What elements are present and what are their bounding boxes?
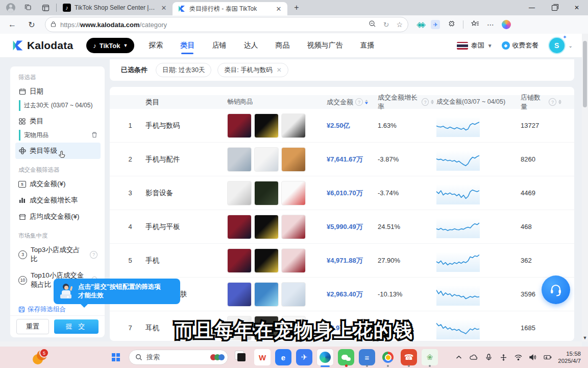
- kalodata-extension-icon[interactable]: ◈◈: [416, 20, 423, 29]
- table-row[interactable]: 3影音设备¥6,010.70万-3.74%4469: [110, 176, 574, 210]
- sort-carets-icon[interactable]: [558, 98, 561, 106]
- tab-close-icon[interactable]: ✕: [159, 3, 168, 12]
- taskbar-edge-icon[interactable]: [317, 349, 333, 365]
- taskbar-flower-icon[interactable]: ❀: [422, 349, 438, 365]
- save-filter-combo-link[interactable]: 保存筛选组合: [18, 305, 66, 314]
- submit-button[interactable]: 提 交: [54, 319, 99, 334]
- taskbar-browser-ai-icon[interactable]: e: [275, 349, 291, 365]
- workspaces-icon[interactable]: [21, 2, 35, 13]
- product-thumbnail[interactable]: [227, 181, 252, 205]
- platform-selector[interactable]: ♪ TikTok ▼: [86, 38, 134, 53]
- taskbar-widgets-icon[interactable]: [233, 349, 250, 365]
- product-thumbnail[interactable]: [227, 113, 252, 138]
- filter-category-level[interactable]: 类目等级: [15, 143, 101, 159]
- table-row[interactable]: 1手机与数码¥2.50亿1.63%13727: [110, 109, 574, 143]
- close-button[interactable]: ✕: [566, 0, 588, 15]
- filter-chip-1[interactable]: 类目: 手机与数码✕: [217, 63, 288, 77]
- back-icon[interactable]: ←: [5, 17, 19, 32]
- product-thumbnail[interactable]: [254, 316, 279, 340]
- address-bar[interactable]: https://www.kalodata.com/category ↻ ☆: [45, 17, 408, 32]
- minimize-button[interactable]: —: [521, 0, 543, 15]
- taskbar-chrome-icon[interactable]: [380, 349, 396, 365]
- product-thumbnail[interactable]: [254, 248, 279, 273]
- taskbar-wps-icon[interactable]: W: [254, 349, 271, 365]
- product-thumbnail[interactable]: [281, 316, 306, 340]
- product-thumbnail[interactable]: [254, 215, 279, 239]
- start-button[interactable]: [108, 350, 124, 365]
- filter-shop[interactable]: 店均成交金额(¥): [18, 209, 97, 225]
- bookmark-star-icon[interactable]: ☆: [396, 20, 403, 29]
- product-thumbnail[interactable]: [227, 282, 252, 307]
- nav-item-2[interactable]: 店铺: [212, 35, 226, 56]
- product-thumbnail[interactable]: [227, 215, 252, 239]
- nav-item-0[interactable]: 探索: [149, 35, 163, 56]
- taskbar-notes-icon[interactable]: ≡: [359, 349, 375, 365]
- column-header-2[interactable]: 成交金额?: [327, 98, 375, 107]
- tray-battery-icon[interactable]: [544, 353, 552, 361]
- sort-carets-icon[interactable]: [431, 98, 434, 106]
- tab-close-icon[interactable]: ✕: [274, 4, 283, 13]
- tray-move-icon[interactable]: [499, 353, 507, 361]
- taskbar-clock[interactable]: 15:58 2025/4/7: [558, 350, 581, 364]
- product-thumbnail[interactable]: [281, 248, 306, 273]
- table-row[interactable]: 5手机¥4,971.88万27.90%362: [110, 244, 574, 278]
- reset-button[interactable]: 重置: [16, 319, 49, 334]
- sort-carets-icon[interactable]: [365, 98, 368, 106]
- horizontal-scrollbar[interactable]: [0, 341, 582, 347]
- product-thumbnail[interactable]: [281, 215, 306, 239]
- tab-layout-icon[interactable]: [39, 2, 52, 13]
- filter-category[interactable]: 类目: [18, 113, 97, 129]
- kalodata-logo[interactable]: Kalodata: [12, 39, 73, 52]
- product-thumbnail[interactable]: [254, 147, 279, 172]
- tray-cloud-icon[interactable]: [470, 353, 478, 361]
- bird-extension-icon[interactable]: ✈: [431, 20, 440, 29]
- pricing-plan-link[interactable]: ◆ 收费套餐: [502, 41, 539, 50]
- table-row[interactable]: 2手机与配件¥7,641.67万-3.87%8260: [110, 143, 574, 176]
- refresh-icon[interactable]: ↻: [24, 17, 39, 32]
- restore-button[interactable]: [543, 0, 566, 15]
- filter-top3[interactable]: 3Top3小店成交占比?: [18, 242, 97, 267]
- nav-item-5[interactable]: 视频与广告: [307, 35, 342, 56]
- favorites-icon[interactable]: [471, 20, 479, 29]
- account-menu[interactable]: S✦ ⌄: [548, 37, 573, 54]
- taskbar-remote-icon[interactable]: ☎: [401, 349, 417, 365]
- column-header-5[interactable]: 店铺数量?: [521, 93, 561, 111]
- tab-tiktok-seller-center[interactable]: ♪ TikTok Shop Seller Center | Cross ✕: [58, 0, 173, 15]
- product-thumbnail[interactable]: [227, 316, 252, 340]
- tray-chevron-up-icon[interactable]: [455, 353, 463, 361]
- customer-service-button[interactable]: [542, 275, 570, 304]
- product-thumbnail[interactable]: [254, 181, 279, 205]
- column-header-3[interactable]: 成交金额增长率?: [378, 93, 434, 111]
- zoom-out-icon[interactable]: [369, 20, 376, 29]
- taskbar-thunder-icon[interactable]: ✈: [296, 349, 312, 365]
- scrollbar-down-icon[interactable]: ▼: [582, 335, 588, 340]
- tray-microphone-icon[interactable]: [484, 353, 493, 361]
- nav-item-3[interactable]: 达人: [243, 35, 258, 56]
- filter-chip-0[interactable]: 日期: 过去30天: [156, 63, 211, 77]
- taskbar-search[interactable]: 搜索: [129, 350, 228, 365]
- product-thumbnail[interactable]: [254, 282, 279, 307]
- taskbar-wechat-icon[interactable]: [338, 349, 354, 365]
- filter-date[interactable]: 日期: [18, 83, 97, 100]
- product-thumbnail[interactable]: [254, 113, 279, 138]
- notification-app-icon[interactable]: 5: [32, 349, 48, 365]
- table-row[interactable]: 7耳机53.9万1685: [110, 311, 574, 341]
- product-thumbnail[interactable]: [281, 282, 306, 307]
- trash-icon[interactable]: [91, 131, 97, 140]
- translate-icon[interactable]: ↻: [383, 20, 389, 29]
- copilot-icon[interactable]: [502, 20, 511, 29]
- country-selector[interactable]: 泰国 ▼: [457, 41, 493, 50]
- more-menu-icon[interactable]: ⋯: [487, 20, 494, 29]
- filter-barchart[interactable]: 成交金额增长率: [18, 192, 97, 209]
- nav-item-4[interactable]: 商品: [275, 35, 289, 56]
- scrollbar-thumb[interactable]: [583, 41, 587, 107]
- table-row[interactable]: 4手机与平板¥5,990.49万24.51%468: [110, 210, 574, 244]
- new-tab-button[interactable]: +: [290, 2, 303, 14]
- tab-kalodata-category[interactable]: 类目排行榜 - 泰国 TikTok ✕: [173, 2, 287, 15]
- product-thumbnail[interactable]: [227, 248, 252, 273]
- browser-profile-icon[interactable]: [4, 2, 17, 13]
- filter-banknote[interactable]: $成交金额(¥): [18, 176, 97, 192]
- vertical-scrollbar[interactable]: ▼: [582, 34, 588, 341]
- nav-item-1[interactable]: 类目: [180, 35, 194, 56]
- chip-close-icon[interactable]: ✕: [277, 66, 282, 74]
